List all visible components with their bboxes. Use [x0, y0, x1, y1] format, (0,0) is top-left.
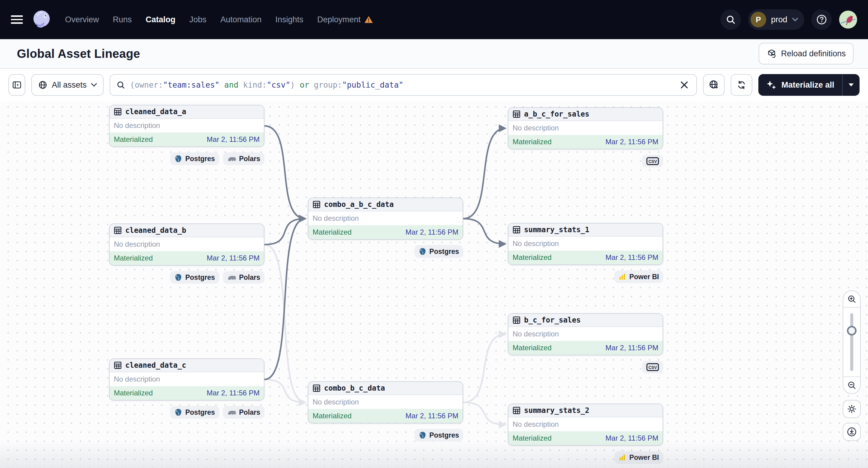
asset-status-row: Materialized Mar 2, 11:56 PM: [508, 135, 662, 149]
materialize-options-button[interactable]: [843, 74, 860, 96]
table-icon: [114, 108, 122, 116]
asset-header: summary_stats_2: [508, 404, 662, 417]
asset-card[interactable]: a_b_c_for_sales No description Materiali…: [508, 107, 663, 149]
kind-badge-polars[interactable]: Polars: [223, 152, 265, 165]
nav-link-label: Runs: [113, 15, 132, 24]
table-icon: [114, 226, 122, 234]
asset-node-b_c_for_sales[interactable]: b_c_for_sales No description Materialize…: [508, 313, 663, 373]
materialization-timestamp[interactable]: Mar 2, 11:56 PM: [606, 434, 658, 442]
kind-badge-csv[interactable]: CSV: [642, 155, 663, 167]
lineage-edge-combo_a_b_c_data-to-a_b_c_for_sales: [463, 128, 505, 219]
kind-badge-csv[interactable]: CSV: [642, 361, 663, 373]
asset-search-input[interactable]: (owner:"team:sales" and kind:"csv") or g…: [110, 74, 697, 96]
asset-card[interactable]: cleaned_data_c No description Materializ…: [109, 358, 265, 401]
kind-badge-powerbi[interactable]: Power BI: [614, 451, 663, 464]
materialize-all-label: Materialize all: [781, 81, 834, 90]
kind-badge-postgres[interactable]: Postgres: [170, 406, 219, 418]
asset-card[interactable]: summary_stats_2 No description Materiali…: [508, 404, 663, 446]
asset-node-a_b_c_for_sales[interactable]: a_b_c_for_sales No description Materiali…: [508, 107, 663, 167]
kind-badge-label: Postgres: [185, 274, 215, 282]
asset-node-cleaned_data_c[interactable]: cleaned_data_c No description Materializ…: [109, 358, 265, 418]
kind-badge-polars[interactable]: Polars: [223, 271, 265, 284]
nav-link-label: Automation: [220, 15, 262, 24]
materialization-timestamp[interactable]: Mar 2, 11:56 PM: [207, 254, 259, 262]
panel-toggle-icon: [12, 80, 22, 90]
menu-icon[interactable]: [11, 15, 23, 24]
kind-badge-label: Power BI: [629, 454, 659, 462]
nav-link-insights[interactable]: Insights: [275, 15, 303, 24]
lineage-graph-canvas[interactable]: cleaned_data_a No description Materializ…: [0, 101, 868, 468]
nav-link-catalog[interactable]: Catalog: [146, 15, 176, 24]
asset-card[interactable]: combo_a_b_c_data No description Material…: [308, 197, 463, 240]
search-icon[interactable]: [720, 9, 741, 30]
kind-badge-powerbi[interactable]: Power BI: [614, 271, 663, 283]
kind-badge-row: PostgresPolars: [109, 152, 265, 165]
nav-link-jobs[interactable]: Jobs: [189, 15, 207, 24]
zoom-slider-thumb[interactable]: [847, 326, 857, 336]
kind-badge-polars[interactable]: Polars: [223, 406, 265, 418]
new-tab-globe-button[interactable]: [703, 74, 725, 96]
query-token-value: "csv": [267, 81, 290, 89]
kind-badge-postgres[interactable]: Postgres: [170, 271, 219, 284]
status-badge: Materialized: [513, 344, 552, 352]
clear-search-icon[interactable]: [678, 79, 690, 91]
materialization-timestamp[interactable]: Mar 2, 11:56 PM: [606, 253, 658, 262]
zoom-in-button[interactable]: [843, 291, 860, 308]
postgres-icon: [175, 408, 182, 416]
asset-description: No description: [110, 237, 264, 251]
query-token-field: kind:: [243, 81, 267, 89]
nav-link-automation[interactable]: Automation: [220, 15, 262, 24]
svg-text:CSV: CSV: [648, 159, 657, 164]
reload-definitions-button[interactable]: Reload definitions: [759, 43, 854, 64]
postgres-icon: [418, 431, 427, 439]
help-icon[interactable]: [811, 9, 832, 30]
graph-settings-button[interactable]: [843, 400, 861, 418]
asset-header: a_b_c_for_sales: [508, 108, 662, 121]
asset-node-cleaned_data_a[interactable]: cleaned_data_a No description Materializ…: [109, 105, 265, 165]
dagster-logo-icon[interactable]: [31, 9, 52, 30]
asset-node-summary_stats_2[interactable]: summary_stats_2 No description Materiali…: [508, 404, 663, 464]
download-image-button[interactable]: [843, 423, 861, 441]
materialization-timestamp[interactable]: Mar 2, 11:56 PM: [405, 228, 458, 237]
deployment-switcher[interactable]: P prod: [748, 9, 804, 30]
csv-icon: CSV: [646, 157, 659, 165]
asset-node-combo_b_c_data[interactable]: combo_b_c_data No description Materializ…: [308, 381, 463, 441]
kind-badge-postgres[interactable]: Postgres: [414, 429, 463, 441]
polars-icon: [227, 155, 236, 162]
asset-card[interactable]: b_c_for_sales No description Materialize…: [508, 313, 663, 355]
nav-link-runs[interactable]: Runs: [113, 15, 132, 24]
cube-reload-icon: [767, 49, 777, 59]
query-token-field: owner:: [135, 81, 163, 89]
asset-scope-dropdown[interactable]: All assets: [31, 74, 103, 96]
user-avatar[interactable]: [839, 10, 857, 29]
refresh-button[interactable]: [731, 74, 752, 96]
asset-card[interactable]: cleaned_data_b No description Materializ…: [109, 223, 265, 266]
zoom-slider-track[interactable]: [850, 313, 853, 371]
zoom-slider[interactable]: [843, 308, 860, 376]
materialization-timestamp[interactable]: Mar 2, 11:56 PM: [207, 389, 259, 397]
asset-card[interactable]: combo_b_c_data No description Materializ…: [308, 381, 463, 424]
kind-badge-row: PostgresPolars: [109, 406, 265, 418]
asset-node-combo_a_b_c_data[interactable]: combo_a_b_c_data No description Material…: [308, 197, 463, 258]
lineage-edge-combo_a_b_c_data-to-summary_stats_1: [463, 219, 505, 244]
chevron-down-icon: [792, 18, 798, 22]
open-sidebar-button[interactable]: [8, 74, 25, 96]
materialization-timestamp[interactable]: Mar 2, 11:56 PM: [606, 137, 658, 146]
nav-link-overview[interactable]: Overview: [65, 15, 99, 24]
materialize-all-button[interactable]: Materialize all: [758, 74, 842, 96]
nav-link-label: Catalog: [146, 15, 176, 24]
asset-node-summary_stats_1[interactable]: summary_stats_1 No description Materiali…: [508, 223, 663, 283]
asset-card[interactable]: cleaned_data_a No description Materializ…: [109, 105, 265, 147]
asset-node-cleaned_data_b[interactable]: cleaned_data_b No description Materializ…: [109, 223, 265, 284]
nav-link-deployment[interactable]: Deployment: [317, 15, 373, 24]
materialization-timestamp[interactable]: Mar 2, 11:56 PM: [207, 135, 259, 144]
kind-badge-postgres[interactable]: Postgres: [414, 245, 463, 258]
materialization-timestamp[interactable]: Mar 2, 11:56 PM: [405, 412, 458, 420]
sparkle-icon: [766, 80, 776, 90]
zoom-out-icon: [847, 380, 857, 390]
materialization-timestamp[interactable]: Mar 2, 11:56 PM: [606, 344, 658, 352]
zoom-out-button[interactable]: [843, 376, 860, 393]
asset-card[interactable]: summary_stats_1 No description Materiali…: [508, 223, 663, 265]
kind-badge-postgres[interactable]: Postgres: [170, 152, 219, 165]
asset-header: combo_a_b_c_data: [308, 198, 463, 211]
